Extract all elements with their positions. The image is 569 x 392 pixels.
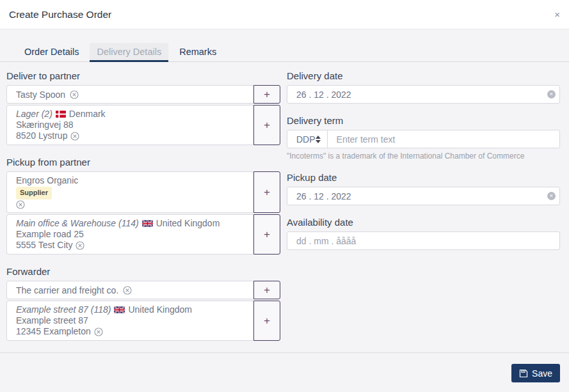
add-forwarder-address-button[interactable]: + [253,301,280,341]
pickup-address-city: 5555 Test City [16,240,72,251]
save-button-label: Save [532,368,552,379]
pickup-address-name: Main office & Warehouse (114) [16,218,139,229]
save-icon [519,369,528,378]
incoterms-hint: "Incoterms" is a trademark of the Intern… [287,152,560,161]
availability-date-input[interactable] [287,231,560,250]
deliver-to-partner-name: Tasty Spoon [16,90,65,100]
deliver-address-name: Lager (2) [16,109,52,120]
pickup-date-label: Pickup date [287,172,560,183]
forwarder-label: Forwarder [6,266,280,277]
select-arrows-icon [316,136,321,143]
add-forwarder-button[interactable]: + [253,281,280,299]
remove-forwarder-icon[interactable] [123,286,132,295]
tab-remarks[interactable]: Remarks [172,43,223,62]
deliver-address-city: 8520 Lystrup [16,130,67,141]
deliver-to-partner-label: Deliver to partner [6,70,280,81]
modal-footer: Save [0,352,569,382]
delivery-date-label: Delivery date [287,70,560,81]
add-pickup-address-button[interactable]: + [253,214,280,255]
left-column: Deliver to partner Tasty Spoon + Lager (… [6,70,280,342]
availability-date-label: Availability date [287,217,560,228]
remove-address-icon[interactable] [70,132,79,141]
pickup-from-partner-label: Pickup from partner [6,157,280,168]
remove-partner-icon[interactable] [70,90,79,99]
delivery-term-label: Delivery term [287,115,560,126]
delivery-details-panel: Deliver to partner Tasty Spoon + Lager (… [0,62,569,342]
deliver-address-street: Skæringvej 88 [16,120,244,130]
deliver-to-address-card[interactable]: Lager (2) Denmark Skæringvej 88 8520 Lys… [6,105,254,145]
forwarder-name: The carrier and freight co. [16,285,118,295]
remove-forwarder-address-icon[interactable] [94,327,103,336]
close-icon[interactable]: × [554,10,560,19]
deliver-to-partner-input[interactable]: Tasty Spoon [6,85,254,104]
supplier-badge: Supplier [16,187,52,200]
pickup-address-card[interactable]: Main office & Warehouse (114) United Kin… [6,214,254,255]
clear-delivery-date-icon[interactable]: × [547,90,556,98]
delivery-term-selected: DDP [296,134,316,145]
remove-pickup-partner-icon[interactable] [16,200,25,209]
modal-title: Create Purchase Order [9,9,111,20]
tabs-row: Order Details Delivery Details Remarks [0,43,569,62]
add-pickup-partner-button[interactable]: + [253,171,280,213]
forwarder-address-country: United Kingdom [128,304,192,315]
remove-pickup-address-icon[interactable] [76,241,84,250]
forwarder-input[interactable]: The carrier and freight co. [6,281,254,299]
add-deliver-partner-button[interactable]: + [253,85,280,104]
pickup-partner-input[interactable]: Engros Organic Supplier [6,171,254,213]
pickup-address-country: United Kingdom [156,218,220,229]
delivery-date-input[interactable] [287,85,560,104]
deliver-address-country: Denmark [69,109,106,120]
tab-order-details[interactable]: Order Details [17,43,86,62]
tab-delivery-details[interactable]: Delivery Details [90,43,168,62]
clear-pickup-date-icon[interactable]: × [547,192,556,200]
forwarder-address-street: Example street 87 [16,315,244,326]
pickup-partner-name: Engros Organic [16,175,244,186]
forwarder-address-card[interactable]: Example street 87 (118) United Kingdom E… [6,301,254,341]
right-column: Delivery date × Delivery term DDP "Incot… [287,70,560,342]
forwarder-address-name: Example street 87 (118) [16,304,111,315]
modal-header: Create Purchase Order × [0,0,569,29]
pickup-date-input[interactable] [287,187,560,205]
pickup-address-street: Example road 25 [16,229,244,240]
add-deliver-address-button[interactable]: + [253,105,280,145]
denmark-flag-icon [56,111,66,118]
forwarder-address-city: 12345 Exampleton [16,326,91,337]
save-button[interactable]: Save [511,364,560,382]
delivery-term-select[interactable]: DDP [287,130,328,148]
uk-flag-icon [142,220,153,227]
delivery-term-text-input[interactable] [327,130,560,148]
uk-flag-icon [114,306,125,313]
